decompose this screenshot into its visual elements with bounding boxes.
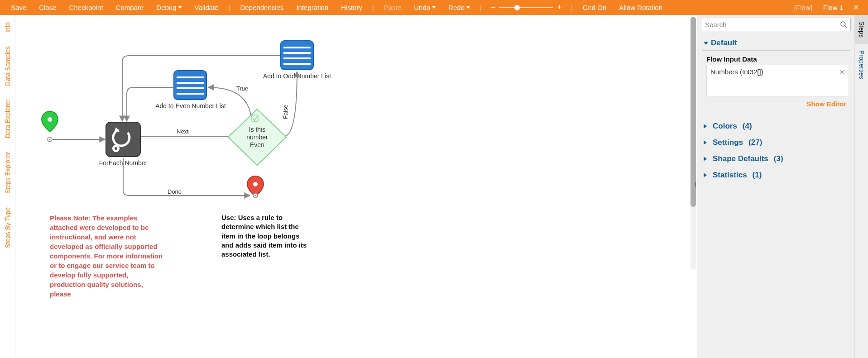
canvas-scrollbar[interactable] <box>691 17 696 270</box>
edge-false-label: False <box>282 105 289 119</box>
left-tab-info[interactable]: Info <box>4 19 11 35</box>
canvas-area[interactable]: ForEach Number Next Is this number Even <box>15 15 697 358</box>
search-icon[interactable] <box>840 21 847 29</box>
chevron-down-icon <box>466 6 470 9</box>
remove-input-icon[interactable]: ✕ <box>839 68 845 76</box>
zoom-slider[interactable] <box>499 7 553 8</box>
decision-text-1: Is this <box>249 126 266 133</box>
save-button[interactable]: Save <box>5 0 33 15</box>
undo-button[interactable]: Undo <box>408 0 442 15</box>
flow-input-item[interactable]: Numbers (Int32[]) ✕ <box>710 68 845 76</box>
flow-diagram: ForEach Number Next Is this number Even <box>15 15 550 214</box>
chevron-down-icon <box>432 6 436 9</box>
scrollbar-thumb[interactable] <box>691 17 696 207</box>
splitter-handle[interactable]: || <box>695 181 697 192</box>
right-tab-steps[interactable]: Steps <box>855 15 868 44</box>
history-button[interactable]: History <box>335 0 369 15</box>
close-button[interactable]: Close <box>33 0 62 15</box>
zoom-control: − + <box>485 3 567 12</box>
flow-type-label: [Flow] <box>789 4 818 11</box>
integration-button[interactable]: Integration <box>290 0 335 15</box>
right-sidebar: Steps Properties <box>854 15 868 358</box>
section-statistics[interactable]: Statistics(1) <box>697 166 854 182</box>
odd-list-node[interactable] <box>281 41 313 70</box>
separator: | <box>369 4 378 11</box>
section-shape-defaults[interactable]: Shape Defaults(3) <box>697 150 854 166</box>
zoom-in-button[interactable]: + <box>557 3 562 12</box>
slider-knob[interactable] <box>514 5 520 10</box>
foreach-node[interactable] <box>106 122 140 157</box>
svg-point-19 <box>255 195 256 196</box>
svg-point-2 <box>49 139 51 140</box>
search-box <box>701 18 851 31</box>
caret-right-icon <box>704 173 709 177</box>
separator: | <box>476 4 485 11</box>
svg-rect-7 <box>174 71 206 100</box>
caret-right-icon <box>704 124 709 129</box>
chevron-down-icon <box>178 6 182 9</box>
validate-button[interactable]: Validate <box>188 0 225 15</box>
properties-panel: Default Flow Input Data Numbers (Int32[]… <box>697 15 854 358</box>
decision-text-3: Even <box>250 141 264 148</box>
checkpoint-button[interactable]: Checkpoint <box>63 0 110 15</box>
paste-button[interactable]: Paste <box>378 0 408 15</box>
caret-down-icon <box>704 42 708 45</box>
rotation-toggle[interactable]: Allow Rotation <box>613 0 669 15</box>
edge-next-label: Next <box>177 128 189 135</box>
decision-text-2: number <box>246 134 268 141</box>
left-tab-data-samples[interactable]: Data Samples <box>4 43 11 89</box>
separator: | <box>225 4 234 11</box>
svg-point-5 <box>115 147 117 150</box>
left-tab-data-explorer[interactable]: Data Explorer <box>4 97 11 141</box>
edge-true-label: True <box>236 85 248 92</box>
note-warning: Please Note: The examples attached were … <box>50 213 163 299</box>
separator: | <box>567 4 576 11</box>
section-colors[interactable]: Colors(4) <box>697 117 854 134</box>
svg-point-17 <box>253 182 258 186</box>
zoom-out-button[interactable]: − <box>491 3 496 12</box>
svg-rect-3 <box>106 122 140 157</box>
grid-toggle[interactable]: Grid On <box>576 0 613 15</box>
left-tab-steps-by-type[interactable]: Steps By Type <box>4 205 11 251</box>
svg-line-21 <box>845 26 847 28</box>
caret-right-icon <box>704 157 709 161</box>
even-list-node[interactable] <box>174 71 206 100</box>
debug-button[interactable]: Debug <box>150 0 188 15</box>
edge-done-label: Done <box>168 188 182 195</box>
search-input[interactable] <box>701 18 851 31</box>
left-sidebar: Info Data Samples Data Explorer Steps Ex… <box>0 15 15 358</box>
show-editor-link[interactable]: Show Editor <box>706 96 849 114</box>
start-node[interactable] <box>42 111 58 132</box>
compare-button[interactable]: Compare <box>110 0 150 15</box>
caret-right-icon <box>704 140 709 145</box>
flow-input-label: Flow Input Data <box>706 55 849 63</box>
section-default[interactable]: Default <box>697 34 854 50</box>
left-tab-steps-explorer[interactable]: Steps Explorer <box>4 149 11 196</box>
svg-point-0 <box>48 117 52 122</box>
even-list-label: Add to Even Number List <box>155 102 226 110</box>
flow-input-box[interactable]: Numbers (Int32[]) ✕ <box>706 65 849 96</box>
section-settings[interactable]: Settings(27) <box>697 134 854 150</box>
flow-name-tab[interactable]: Flow 1 <box>818 4 849 11</box>
close-tab-icon[interactable]: ✕ <box>849 3 863 12</box>
note-usage: Use: Uses a rule to determine which list… <box>221 213 312 259</box>
toolbar: Save Close Checkpoint Compare Debug Vali… <box>0 0 868 15</box>
dependencies-button[interactable]: Dependencies <box>234 0 290 15</box>
svg-point-20 <box>841 22 845 26</box>
right-tab-properties[interactable]: Properties <box>855 44 868 86</box>
svg-rect-12 <box>281 41 313 70</box>
redo-button[interactable]: Redo <box>442 0 476 15</box>
